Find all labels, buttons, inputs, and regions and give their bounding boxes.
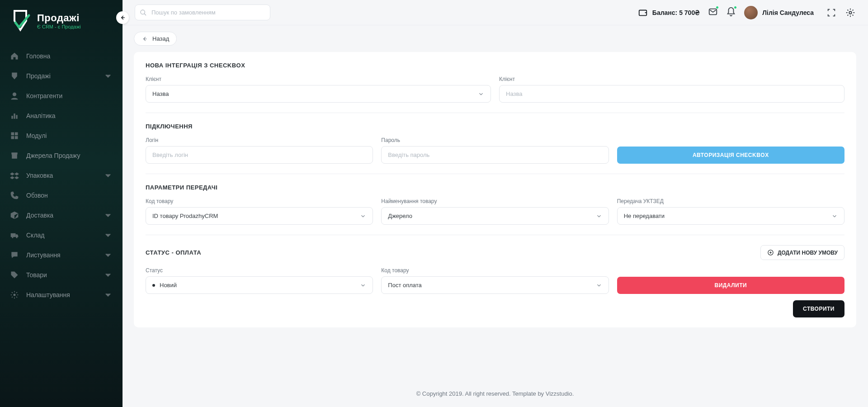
- uktzed-label: Передача УКТЗЕД: [617, 198, 844, 204]
- messages-button[interactable]: [708, 7, 718, 19]
- sidebar-item-warehouse[interactable]: Склад: [0, 225, 123, 245]
- chart-bar-icon: [10, 111, 19, 120]
- notification-dot: [734, 6, 737, 9]
- product-code2-value: Пост оплата: [388, 282, 421, 289]
- client-input-field: Клієнт: [499, 76, 844, 103]
- sidebar-item-settings[interactable]: Налаштування: [0, 285, 123, 305]
- chevron-down-icon: [104, 231, 113, 240]
- balance-value: 5 700₴: [679, 9, 700, 16]
- chevron-down-icon: [104, 270, 113, 279]
- product-code-field: Код товару ID товару ProdazhyCRM: [146, 198, 373, 225]
- svg-rect-2: [14, 114, 15, 119]
- sidebar-item-label: Аналітика: [26, 112, 56, 119]
- avatar: [744, 6, 758, 19]
- sidebar-item-sales-sources[interactable]: Джерела Продажу: [0, 146, 123, 166]
- content: Назад НОВА ІНТЕГРАЦІЯ З CHECKBOX Клієнт …: [122, 25, 868, 384]
- back-label: Назад: [152, 35, 169, 42]
- sidebar-item-products[interactable]: Товари: [0, 265, 123, 285]
- maximize-icon[interactable]: [826, 8, 836, 18]
- nav: Головна Продажі Контрагенти Аналітика Мо…: [0, 46, 123, 305]
- footer-text: © Copyright 2019. All right reserved. Te…: [122, 384, 868, 407]
- product-name-select[interactable]: Джерело: [381, 207, 609, 225]
- product-code2-select[interactable]: Пост оплата: [381, 276, 609, 294]
- chevron-down-icon: [104, 71, 113, 80]
- product-name-field: Найменування товару Джерело: [381, 198, 609, 225]
- sidebar-item-delivery[interactable]: Доставка: [0, 205, 123, 225]
- product-code-label: Код товару: [146, 198, 373, 204]
- sidebar-item-analytics[interactable]: Аналітика: [0, 106, 123, 126]
- status-field: Статус Новий: [146, 267, 373, 294]
- svg-rect-6: [11, 136, 14, 139]
- sidebar-item-sales[interactable]: Продажі: [0, 66, 123, 86]
- chevron-down-icon: [360, 282, 366, 289]
- sidebar-item-modules[interactable]: Модулі: [0, 126, 123, 146]
- balance-label: Баланс:: [652, 9, 677, 16]
- svg-point-10: [16, 237, 17, 238]
- plus-circle-icon: [767, 249, 774, 256]
- balance: Баланс: 5 700₴: [638, 8, 700, 18]
- sidebar-item-home[interactable]: Головна: [0, 46, 123, 66]
- uktzed-field: Передача УКТЗЕД Не передавати: [617, 198, 844, 225]
- client-select-value: Назва: [152, 90, 169, 97]
- sidebar-item-label: Продажі: [26, 72, 51, 80]
- notifications-button[interactable]: [726, 7, 736, 19]
- client-select[interactable]: Назва: [146, 85, 491, 103]
- status-select[interactable]: Новий: [146, 276, 373, 294]
- chevron-down-icon: [360, 213, 366, 219]
- search-input[interactable]: [135, 5, 270, 20]
- logo-subtitle: Є CRM - є Продажі: [37, 24, 81, 29]
- user-menu[interactable]: Лілія Сандулеса: [744, 6, 814, 19]
- chevron-down-icon: [104, 171, 113, 180]
- sidebar-collapse-button[interactable]: [116, 11, 129, 24]
- sidebar-item-label: Джерела Продажу: [26, 152, 80, 159]
- uktzed-value: Не передавати: [624, 213, 665, 219]
- sidebar-item-label: Контрагенти: [26, 92, 62, 99]
- uktzed-select[interactable]: Не передавати: [617, 207, 844, 225]
- user-name: Лілія Сандулеса: [762, 9, 814, 16]
- product-code-select[interactable]: ID товару ProdazhyCRM: [146, 207, 373, 225]
- svg-rect-5: [15, 133, 18, 136]
- product-code2-field: Код товару Пост оплата: [381, 267, 609, 294]
- settings-icon[interactable]: [845, 8, 855, 18]
- client-name-input[interactable]: [499, 85, 844, 103]
- auth-checkbox-button[interactable]: АВТОРИЗАЦІЯ CHECKBOX: [617, 147, 844, 164]
- chevron-down-icon: [104, 251, 113, 260]
- svg-rect-7: [15, 136, 18, 139]
- search-wrap: [135, 5, 270, 20]
- section-params-title: ПАРАМЕТРИ ПЕРЕДАЧІ: [146, 184, 844, 191]
- dropbox-icon: [10, 171, 19, 180]
- create-button[interactable]: СТВОРИТИ: [793, 300, 844, 317]
- section-status-title: СТАТУС - ОПЛАТА: [146, 249, 201, 256]
- svg-point-13: [141, 10, 145, 14]
- sidebar: Продажі Є CRM - є Продажі Головна Продаж…: [0, 0, 123, 407]
- phone-icon: [10, 191, 19, 200]
- main: Баланс: 5 700₴ Лілія Сандулеса Назад НОВ…: [122, 0, 868, 407]
- logo-title: Продажі: [37, 12, 81, 24]
- svg-point-12: [14, 294, 16, 296]
- login-field: Логін: [146, 137, 373, 164]
- sidebar-item-calls[interactable]: Обзвон: [0, 185, 123, 205]
- back-button[interactable]: Назад: [134, 32, 177, 46]
- login-input[interactable]: [146, 146, 373, 164]
- svg-rect-4: [11, 133, 14, 136]
- sidebar-item-counterparties[interactable]: Контрагенти: [0, 86, 123, 106]
- delete-button[interactable]: ВИДАЛИТИ: [617, 277, 844, 294]
- password-field: Пароль: [381, 137, 609, 164]
- chat-icon: [10, 251, 19, 260]
- chevron-down-icon: [104, 211, 113, 220]
- chevron-down-icon: [478, 91, 484, 97]
- section-connection-title: ПІДКЛЮЧЕННЯ: [146, 123, 844, 130]
- sidebar-item-label: Налаштування: [26, 291, 70, 298]
- store-icon: [10, 151, 19, 160]
- client-select-field: Клієнт Назва: [146, 76, 491, 103]
- svg-rect-3: [16, 115, 17, 118]
- add-condition-button[interactable]: ДОДАТИ НОВУ УМОВУ: [760, 245, 844, 260]
- password-input[interactable]: [381, 146, 609, 164]
- product-name-value: Джерело: [388, 213, 412, 219]
- client-label: Клієнт: [146, 76, 491, 82]
- sidebar-item-packaging[interactable]: Упаковка: [0, 166, 123, 185]
- logo-icon: [9, 9, 32, 33]
- sidebar-item-label: Товари: [26, 271, 47, 279]
- sidebar-item-messaging[interactable]: Листування: [0, 245, 123, 265]
- product-code-value: ID товару ProdazhyCRM: [152, 213, 218, 219]
